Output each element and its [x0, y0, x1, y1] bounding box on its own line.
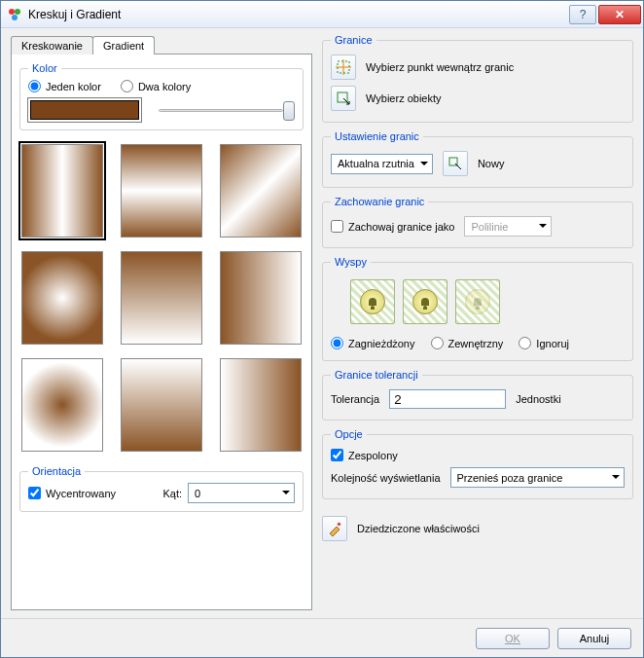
tolerance-label: Tolerancja — [331, 393, 379, 405]
app-icon — [7, 7, 22, 22]
svg-point-1 — [15, 9, 20, 15]
island-outer-input[interactable] — [431, 337, 444, 349]
ok-button[interactable]: OK — [476, 628, 550, 649]
inherit-icon[interactable] — [322, 516, 347, 541]
svg-rect-8 — [337, 522, 340, 526]
composite-input[interactable] — [331, 449, 343, 461]
boundaries-group: Granice Wybierz punkt wewnątrz granic Wy… — [322, 34, 633, 123]
tab-gradient[interactable]: Gradient — [92, 36, 155, 55]
draw-order-value: Przenieś poza granice — [457, 472, 563, 484]
pick-point-label[interactable]: Wybierz punkt wewnątrz granic — [366, 61, 514, 73]
tolerance-units: Jednostki — [516, 393, 560, 405]
two-colors-radio[interactable]: Dwa kolory — [121, 80, 191, 92]
gradient-swatch-7[interactable] — [21, 358, 103, 452]
orientation-legend: Orientacja — [28, 465, 85, 477]
angle-combo[interactable]: 0 — [188, 483, 295, 503]
gradient-swatch-5[interactable] — [121, 251, 202, 345]
gradient-swatch-4[interactable] — [21, 251, 103, 345]
island-nested-label: Zagnieżdżony — [348, 338, 415, 349]
island-ignore-preview[interactable] — [455, 279, 500, 324]
new-boundary-icon[interactable] — [443, 151, 468, 176]
dialog-window: Kreskuj i Gradient ? ✕ Kreskowanie Gradi… — [0, 0, 644, 658]
draw-order-combo[interactable]: Przenieś poza granice — [450, 467, 626, 488]
one-color-input[interactable] — [28, 80, 41, 92]
select-objects-label[interactable]: Wybierz obiekty — [366, 92, 442, 104]
tint-slider[interactable] — [159, 98, 295, 122]
boundary-retain-group: Zachowanie granic Zachowaj granice jako … — [322, 196, 633, 248]
tolerance-input[interactable] — [389, 389, 506, 409]
help-button[interactable]: ? — [569, 5, 596, 24]
centered-checkbox[interactable]: Wycentrowany — [28, 487, 116, 499]
new-boundary-label[interactable]: Nowy — [478, 158, 505, 169]
tolerance-legend: Granice tolerancji — [331, 369, 422, 381]
centered-input[interactable] — [28, 487, 41, 499]
boundary-set-value: Aktualna rzutnia — [338, 158, 414, 169]
window-title: Kreskuj i Gradient — [28, 8, 567, 21]
gradient-grid — [19, 138, 304, 457]
tolerance-group: Granice tolerancji Tolerancja Jednostki — [322, 369, 633, 420]
tab-hatching[interactable]: Kreskowanie — [11, 36, 93, 55]
gradient-swatch-3[interactable] — [220, 144, 302, 238]
island-outer-label: Zewnętrzny — [448, 338, 504, 349]
composite-label: Zespolony — [348, 450, 398, 461]
two-colors-label: Dwa kolory — [138, 81, 191, 92]
dialog-footer: OK Anuluj — [1, 618, 643, 657]
retain-type-value: Polilinie — [471, 221, 508, 233]
svg-point-0 — [9, 9, 15, 15]
retain-checkbox[interactable]: Zachowaj granice jako — [331, 220, 454, 233]
island-outer-preview[interactable] — [403, 279, 447, 324]
islands-legend: Wyspy — [331, 256, 371, 268]
islands-group: Wyspy Zagnieżdżony Zewnętrzny — [322, 256, 633, 361]
gradient-swatch-9[interactable] — [220, 358, 302, 452]
gradient-swatch-6[interactable] — [220, 251, 302, 345]
island-ignore-radio[interactable]: Ignoruj — [519, 337, 569, 349]
options-legend: Opcje — [331, 428, 367, 440]
boundary-retain-legend: Zachowanie granic — [331, 196, 428, 207]
centered-label: Wycentrowany — [46, 488, 116, 499]
close-button[interactable]: ✕ — [598, 5, 641, 24]
select-objects-icon[interactable] — [331, 86, 356, 111]
island-ignore-input[interactable] — [519, 337, 531, 349]
tab-strip: Kreskowanie Gradient — [11, 34, 312, 55]
boundary-set-group: Ustawienie granic Aktualna rzutnia Nowy — [322, 130, 633, 188]
color-group: Kolor Jeden kolor Dwa kolory — [19, 62, 304, 130]
titlebar: Kreskuj i Gradient ? ✕ — [1, 1, 643, 28]
island-ignore-label: Ignoruj — [536, 338, 569, 349]
slider-track — [159, 109, 283, 112]
pick-point-icon[interactable] — [331, 55, 356, 80]
color-legend: Kolor — [28, 62, 61, 74]
color-swatch[interactable] — [28, 98, 141, 122]
svg-point-2 — [12, 15, 18, 20]
island-outer-radio[interactable]: Zewnętrzny — [431, 337, 504, 349]
two-colors-input[interactable] — [121, 80, 133, 92]
boundary-set-legend: Ustawienie granic — [331, 130, 423, 142]
slider-thumb[interactable] — [283, 101, 295, 121]
island-nested-preview[interactable] — [350, 279, 395, 324]
gradient-swatch-1[interactable] — [21, 144, 103, 238]
one-color-radio[interactable]: Jeden kolor — [28, 80, 101, 92]
options-group: Opcje Zespolony Kolejność wyświetlania P… — [322, 428, 633, 499]
gradient-swatch-2[interactable] — [121, 144, 202, 238]
orientation-group: Orientacja Wycentrowany Kąt: 0 — [19, 465, 304, 512]
island-nested-input[interactable] — [331, 337, 343, 349]
boundary-set-combo[interactable]: Aktualna rzutnia — [331, 154, 433, 174]
island-nested-radio[interactable]: Zagnieżdżony — [331, 337, 415, 349]
boundaries-legend: Granice — [331, 34, 376, 46]
angle-label: Kąt: — [162, 488, 182, 499]
inherit-label[interactable]: Dziedziczone właściwości — [357, 523, 480, 534]
cancel-button[interactable]: Anuluj — [557, 628, 631, 649]
draw-order-label: Kolejność wyświetlania — [331, 472, 441, 484]
tab-panel-gradient: Kolor Jeden kolor Dwa kolory — [11, 54, 312, 610]
gradient-swatch-8[interactable] — [121, 358, 202, 452]
angle-value: 0 — [195, 488, 200, 499]
retain-input[interactable] — [331, 220, 343, 233]
retain-type-combo: Polilinie — [464, 216, 552, 237]
one-color-label: Jeden kolor — [46, 81, 101, 92]
composite-checkbox[interactable]: Zespolony — [331, 449, 398, 461]
retain-label: Zachowaj granice jako — [348, 221, 454, 233]
